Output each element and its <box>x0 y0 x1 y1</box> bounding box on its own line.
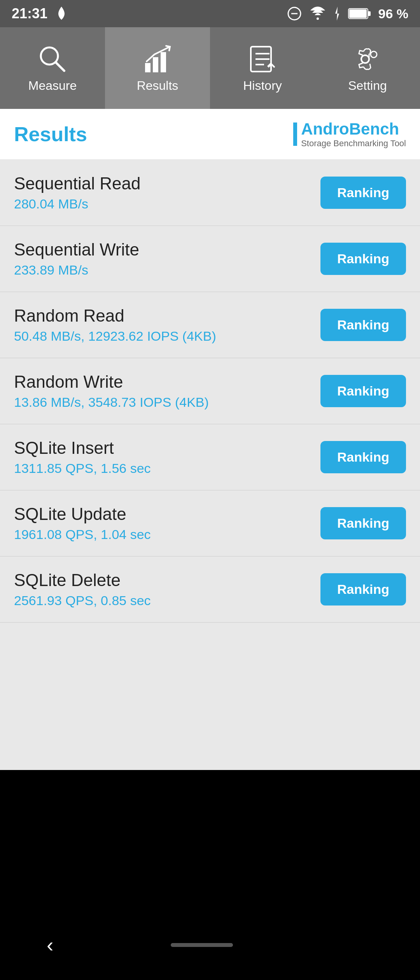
benchmark-row-random-read: Random Read 50.48 MB/s, 12923.62 IOPS (4… <box>0 292 420 358</box>
status-left: 21:31 <box>12 5 69 22</box>
benchmark-list: Sequential Read 280.04 MB/s Ranking Sequ… <box>0 160 420 770</box>
logo-subtitle: Storage Benchmarking Tool <box>301 138 406 149</box>
ranking-button-sqlite-insert[interactable]: Ranking <box>320 441 406 473</box>
svg-point-18 <box>371 51 377 58</box>
back-button[interactable]: ‹ <box>47 933 53 957</box>
svg-rect-9 <box>145 63 150 72</box>
logo-andro: Andro <box>301 120 349 138</box>
flame-icon <box>54 6 69 21</box>
androbench-logo: AndroBench Storage Benchmarking Tool <box>293 120 406 149</box>
svg-rect-5 <box>349 9 367 18</box>
benchmark-row-sqlite-delete: SQLite Delete 2561.93 QPS, 0.85 sec Rank… <box>0 556 420 623</box>
benchmark-name-sqlite-update: SQLite Update <box>14 504 320 524</box>
benchmark-value-random-read: 50.48 MB/s, 12923.62 IOPS (4KB) <box>14 329 320 344</box>
status-time: 21:31 <box>12 5 47 22</box>
status-bar: 21:31 <box>0 0 420 27</box>
bottom-nav: ‹ <box>0 770 420 980</box>
svg-marker-3 <box>335 7 339 21</box>
home-indicator[interactable] <box>171 943 233 947</box>
tab-measure[interactable]: Measure <box>0 27 105 109</box>
benchmark-row-sqlite-update: SQLite Update 1961.08 QPS, 1.04 sec Rank… <box>0 490 420 556</box>
svg-point-2 <box>317 18 319 20</box>
benchmark-row-sequential-read: Sequential Read 280.04 MB/s Ranking <box>0 160 420 226</box>
svg-rect-11 <box>161 52 166 72</box>
benchmark-value-sequential-write: 233.89 MB/s <box>14 262 320 278</box>
benchmark-info-sequential-write: Sequential Write 233.89 MB/s <box>14 240 320 278</box>
ranking-button-sequential-write[interactable]: Ranking <box>320 243 406 275</box>
ranking-button-sqlite-delete[interactable]: Ranking <box>320 573 406 606</box>
benchmark-name-random-read: Random Read <box>14 306 320 326</box>
benchmark-value-sequential-read: 280.04 MB/s <box>14 196 320 212</box>
tab-history[interactable]: History <box>210 27 315 109</box>
ranking-button-sequential-read[interactable]: Ranking <box>320 177 406 209</box>
charging-icon <box>333 7 341 21</box>
benchmark-info-random-read: Random Read 50.48 MB/s, 12923.62 IOPS (4… <box>14 306 320 344</box>
benchmark-row-random-write: Random Write 13.86 MB/s, 3548.73 IOPS (4… <box>0 358 420 424</box>
benchmark-value-sqlite-insert: 1311.85 QPS, 1.56 sec <box>14 461 320 476</box>
benchmark-row-sqlite-insert: SQLite Insert 1311.85 QPS, 1.56 sec Rank… <box>0 424 420 490</box>
dnd-icon <box>287 6 302 21</box>
logo-text: AndroBench Storage Benchmarking Tool <box>301 120 406 149</box>
results-icon <box>142 44 173 75</box>
bottom-nav-bar: ‹ <box>0 933 420 957</box>
history-icon <box>247 44 278 75</box>
benchmark-info-sequential-read: Sequential Read 280.04 MB/s <box>14 174 320 212</box>
benchmark-name-sequential-write: Sequential Write <box>14 240 320 259</box>
logo-main-text: AndroBench <box>301 120 406 138</box>
svg-point-17 <box>361 55 369 63</box>
benchmark-name-random-write: Random Write <box>14 372 320 392</box>
benchmark-info-random-write: Random Write 13.86 MB/s, 3548.73 IOPS (4… <box>14 372 320 410</box>
battery-icon <box>348 7 371 20</box>
benchmark-name-sqlite-insert: SQLite Insert <box>14 438 320 458</box>
ranking-button-random-write[interactable]: Ranking <box>320 375 406 407</box>
benchmark-name-sqlite-delete: SQLite Delete <box>14 570 320 590</box>
logo-bar <box>293 122 297 146</box>
benchmark-name-sequential-read: Sequential Read <box>14 174 320 193</box>
ranking-button-sqlite-update[interactable]: Ranking <box>320 507 406 539</box>
tab-results-label: Results <box>137 79 178 93</box>
svg-line-8 <box>56 62 64 71</box>
benchmark-value-random-write: 13.86 MB/s, 3548.73 IOPS (4KB) <box>14 395 320 410</box>
benchmark-info-sqlite-insert: SQLite Insert 1311.85 QPS, 1.56 sec <box>14 438 320 476</box>
benchmark-row-sequential-write: Sequential Write 233.89 MB/s Ranking <box>0 226 420 292</box>
benchmark-info-sqlite-delete: SQLite Delete 2561.93 QPS, 0.85 sec <box>14 570 320 608</box>
svg-rect-6 <box>368 11 371 16</box>
tab-setting-label: Setting <box>348 79 387 93</box>
battery-level: 96 % <box>378 6 409 21</box>
results-page-title: Results <box>14 122 87 146</box>
tab-results[interactable]: Results <box>105 27 210 109</box>
tab-measure-label: Measure <box>28 79 77 93</box>
benchmark-info-sqlite-update: SQLite Update 1961.08 QPS, 1.04 sec <box>14 504 320 542</box>
svg-rect-10 <box>153 57 158 72</box>
nav-tabs: Measure Results History <box>0 27 420 109</box>
status-right: 96 % <box>287 6 409 21</box>
benchmark-value-sqlite-update: 1961.08 QPS, 1.04 sec <box>14 527 320 542</box>
wifi-icon <box>309 6 326 21</box>
tab-setting[interactable]: Setting <box>315 27 420 109</box>
setting-icon <box>352 44 383 75</box>
logo-bench: Bench <box>349 120 399 138</box>
measure-icon <box>37 44 68 75</box>
results-header: Results AndroBench Storage Benchmarking … <box>0 109 420 160</box>
ranking-button-random-read[interactable]: Ranking <box>320 309 406 341</box>
benchmark-value-sqlite-delete: 2561.93 QPS, 0.85 sec <box>14 593 320 608</box>
tab-history-label: History <box>243 79 282 93</box>
